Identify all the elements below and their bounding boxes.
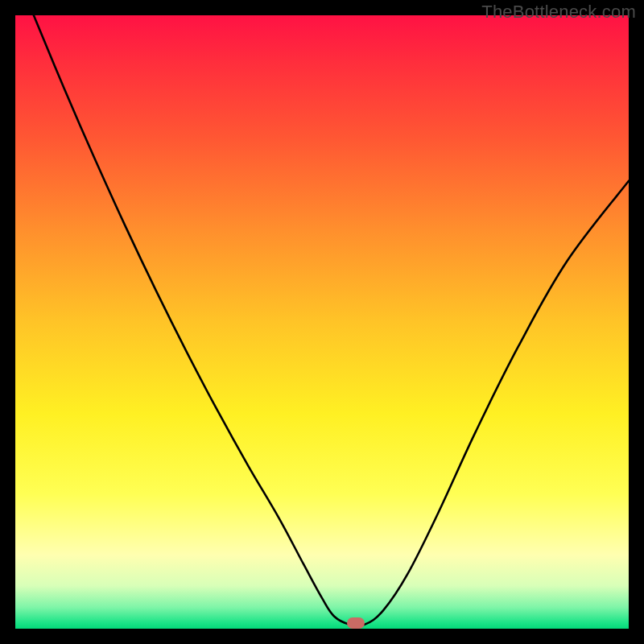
bottleneck-curve [15,15,629,629]
chart-frame: TheBottleneck.com [0,0,644,644]
watermark-text: TheBottleneck.com [481,2,636,23]
plot-area [15,15,629,629]
optimum-marker [347,617,365,629]
curve-path [34,15,629,626]
